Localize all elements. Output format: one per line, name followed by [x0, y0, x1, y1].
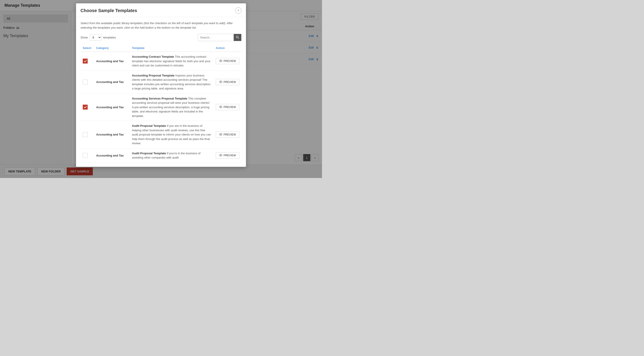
template-row: Accounting and TaxAccounting Contract Te…: [80, 52, 242, 70]
action-cell: PREVIEW: [214, 121, 242, 148]
category-cell: Accounting and Tax: [94, 148, 130, 162]
template-cell: Accounting Contract Template This accoun…: [130, 52, 214, 70]
show-control: Show 4 8 16 32 templates: [80, 34, 116, 40]
table-header-row: Select Category Template Action: [80, 44, 242, 52]
modal-description: Select from the available public library…: [80, 21, 242, 30]
template-cell: Accounting Proposal Template Impress you…: [130, 70, 214, 94]
search-input[interactable]: [198, 34, 234, 40]
checkbox[interactable]: [83, 132, 88, 137]
checkbox[interactable]: [83, 58, 88, 64]
eye-icon: [219, 80, 222, 84]
checkbox[interactable]: [83, 153, 88, 158]
template-row: Accounting and TaxAudit Proposal Templat…: [80, 121, 242, 148]
action-cell: PREVIEW: [214, 70, 242, 94]
close-icon: ×: [237, 8, 239, 12]
select-cell: [80, 148, 94, 162]
col-template-header: Template: [130, 44, 214, 52]
template-cell: Audit Proposal Template If you're in the…: [130, 148, 214, 162]
template-cell: Accounting Services Proposal Template Th…: [130, 94, 214, 121]
select-cell: [80, 94, 94, 121]
svg-point-5: [220, 82, 221, 82]
modal-close-button[interactable]: ×: [235, 8, 242, 14]
checkbox[interactable]: [83, 80, 88, 84]
template-table-body: Accounting and TaxAccounting Contract Te…: [80, 52, 242, 162]
category-cell: Accounting and Tax: [94, 121, 130, 148]
action-cell: PREVIEW: [214, 94, 242, 121]
template-name: Accounting Services Proposal Template: [132, 97, 188, 100]
template-row: Accounting and TaxAccounting Proposal Te…: [80, 70, 242, 94]
template-row: Accounting and TaxAudit Proposal Templat…: [80, 148, 242, 162]
checkbox[interactable]: [83, 105, 88, 110]
template-name: Audit Proposal Template: [132, 124, 166, 128]
svg-point-3: [220, 60, 221, 61]
select-cell: [80, 70, 94, 94]
eye-icon: [219, 133, 222, 136]
template-table: Select Category Template Action: [80, 44, 242, 163]
template-row: Accounting and TaxAccounting Services Pr…: [80, 94, 242, 121]
preview-button[interactable]: PREVIEW: [216, 152, 239, 158]
preview-button[interactable]: PREVIEW: [216, 58, 239, 64]
action-cell: PREVIEW: [214, 52, 242, 70]
preview-button[interactable]: PREVIEW: [216, 79, 239, 85]
template-name: Accounting Proposal Template: [132, 74, 174, 77]
template-cell: Audit Proposal Template If you are in th…: [130, 121, 214, 148]
modal-controls: Show 4 8 16 32 templates: [80, 34, 242, 41]
eye-icon: [219, 106, 222, 109]
modal-body: Select from the available public library…: [76, 17, 246, 167]
select-cell: [80, 121, 94, 148]
eye-icon: [219, 60, 222, 62]
svg-point-7: [220, 106, 221, 107]
col-category-header: Category: [94, 44, 130, 52]
svg-point-9: [220, 134, 221, 135]
templates-label: templates: [103, 36, 116, 39]
category-cell: Accounting and Tax: [94, 70, 130, 94]
svg-line-1: [238, 38, 239, 39]
eye-icon: [219, 154, 222, 157]
col-select-header: Select: [80, 44, 94, 52]
modal-overlay: Choose Sample Templates × Select from th…: [0, 0, 322, 178]
modal-header: Choose Sample Templates ×: [76, 3, 246, 17]
category-cell: Accounting and Tax: [94, 94, 130, 121]
template-name: Audit Proposal Template: [132, 152, 166, 155]
modal-title: Choose Sample Templates: [80, 8, 137, 13]
category-cell: Accounting and Tax: [94, 52, 130, 70]
template-name: Accounting Contract Template: [132, 55, 174, 58]
preview-button[interactable]: PREVIEW: [216, 104, 239, 110]
preview-button[interactable]: PREVIEW: [216, 132, 239, 138]
search-button[interactable]: [234, 34, 241, 41]
search-box: [198, 34, 242, 41]
search-icon: [236, 36, 239, 39]
choose-sample-modal: Choose Sample Templates × Select from th…: [76, 3, 246, 167]
show-label: Show: [80, 36, 88, 39]
col-action-header: Action: [214, 44, 242, 52]
action-cell: PREVIEW: [214, 148, 242, 162]
select-cell: [80, 52, 94, 70]
svg-point-11: [220, 155, 221, 156]
show-select[interactable]: 4 8 16 32: [90, 34, 102, 40]
